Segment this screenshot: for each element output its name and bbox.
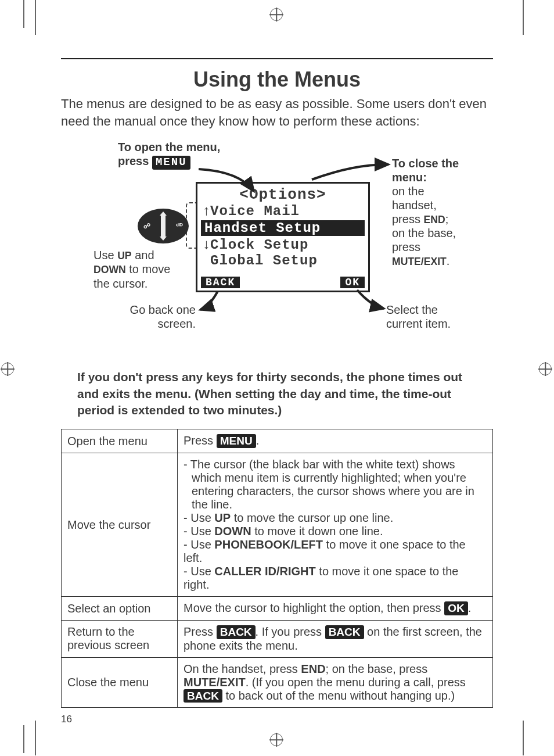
text: to back out of the menu without hanging … <box>222 689 455 702</box>
dpad-icon: ☍ ᶜᴵᴰ <box>138 209 189 243</box>
go-back-line2: screen. <box>114 317 196 331</box>
down-key: DOWN <box>93 264 126 275</box>
text: - Use <box>184 525 214 538</box>
down-key: DOWN <box>214 525 251 538</box>
close-menu-line1: To close the <box>392 157 459 170</box>
text: On the handset, press <box>184 662 301 675</box>
cell-move-cursor-desc: - The cursor (the black bar with the whi… <box>178 453 493 597</box>
lcd-softkey-ok: OK <box>340 277 365 288</box>
text: Return to the <box>67 625 171 639</box>
updown-suffix1: to move <box>126 263 171 275</box>
close-menu-line2: menu: <box>392 171 427 184</box>
lcd-row3: Clock Setup <box>210 237 308 253</box>
menu-key-label: MENU <box>152 156 190 170</box>
bullet: - The cursor (the black bar with the whi… <box>184 458 487 511</box>
text: previous screen <box>67 639 171 652</box>
table-row: Open the menu Press MENU. <box>62 429 493 453</box>
text: . (If you open the menu during a call, p… <box>246 676 466 689</box>
lcd-row4: Global Setup <box>210 253 318 268</box>
cell-move-cursor: Move the cursor <box>62 453 178 597</box>
timeout-note: If you don't press any keys for thirty s… <box>77 369 493 418</box>
page-title: Using the Menus <box>61 58 493 92</box>
text: to move the cursor up one line. <box>231 511 393 524</box>
close-menu-body3-prefix: press <box>392 213 423 225</box>
lcd-title: <Options> <box>197 184 368 203</box>
text: - Use <box>184 538 214 551</box>
text: to move it down one line. <box>251 525 383 538</box>
go-back-line1: Go back one <box>114 303 196 317</box>
cell-return-prev-desc: Press BACK. If you press BACK on the fir… <box>178 620 493 657</box>
text: . If you press <box>256 625 325 638</box>
end-key: END <box>301 662 325 675</box>
intro-text: The menus are designed to be as easy as … <box>61 95 493 130</box>
callerid-right-key: CALLER ID/RIGHT <box>214 565 315 578</box>
table-row: Close the menu On the handset, press END… <box>62 657 493 708</box>
menu-diagram: To open the menu, press MENU To close th… <box>68 140 486 355</box>
open-menu-line1: To open the menu, <box>118 140 220 154</box>
cell-select-option: Select an option <box>62 597 178 621</box>
cell-close-menu: Close the menu <box>62 657 178 708</box>
cell-select-option-desc: Move the cursor to highlight the option,… <box>178 597 493 621</box>
close-menu-body4: on the base, <box>392 226 485 240</box>
open-menu-press: press <box>118 155 149 167</box>
ok-btn: OK <box>444 601 468 615</box>
table-row: Move the cursor - The cursor (the black … <box>62 453 493 597</box>
mute-exit-key: MUTE/EXIT <box>392 256 447 267</box>
updown-mid: and <box>132 249 154 261</box>
close-menu-body1: on the <box>392 184 485 198</box>
text: - Use <box>184 565 214 578</box>
cell-close-menu-desc: On the handset, press END; on the base, … <box>178 657 493 708</box>
up-key: UP <box>214 511 231 524</box>
end-key: END <box>423 214 445 225</box>
updown-suffix2: the cursor. <box>93 277 195 291</box>
phonebook-left-key: PHONEBOOK/LEFT <box>214 538 323 551</box>
updown-prefix: Use <box>93 249 117 261</box>
menu-btn: MENU <box>217 434 256 448</box>
text: Press <box>184 434 217 447</box>
close-menu-body2: handset, <box>392 198 485 212</box>
lcd-highlight-row: Handset Setup <box>201 220 365 236</box>
menu-actions-table: Open the menu Press MENU. Move the curso… <box>61 429 493 708</box>
text: Press <box>184 625 217 638</box>
select-line2: current item. <box>386 317 479 331</box>
text: Move the cursor to highlight the option,… <box>184 601 444 614</box>
text: ; on the base, press <box>326 662 428 675</box>
mute-exit-key: MUTE/EXIT <box>184 676 246 689</box>
back-btn: BACK <box>184 689 222 703</box>
back-btn: BACK <box>325 625 364 639</box>
close-menu-body3-suffix: ; <box>445 213 449 225</box>
cell-open-menu: Open the menu <box>62 429 178 453</box>
text: . <box>468 601 472 614</box>
lcd-row1: Voice Mail <box>210 203 300 219</box>
text: . <box>256 434 260 447</box>
cell-return-prev: Return to the previous screen <box>62 620 178 657</box>
close-menu-body5: press <box>392 240 485 254</box>
lcd-screen: <Options> ↑Voice Mail Handset Setup ↓Clo… <box>196 182 370 292</box>
table-row: Select an option Move the cursor to high… <box>62 597 493 621</box>
up-key: UP <box>117 250 131 261</box>
table-row: Return to the previous screen Press BACK… <box>62 620 493 657</box>
close-menu-body6-suffix: . <box>447 255 450 267</box>
text: - Use <box>184 511 214 524</box>
lcd-softkey-back: BACK <box>201 277 240 288</box>
cell-open-menu-desc: Press MENU. <box>178 429 493 453</box>
back-btn: BACK <box>217 625 256 639</box>
select-line1: Select the <box>386 303 479 317</box>
page-number: 16 <box>61 714 493 725</box>
